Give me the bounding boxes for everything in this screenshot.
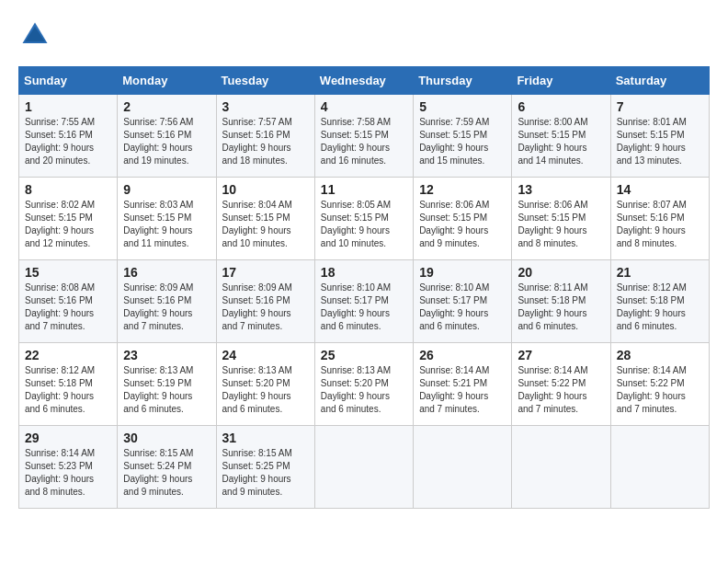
weekday-header-tuesday: Tuesday	[216, 67, 314, 95]
day-info: Sunrise: 7:56 AMSunset: 5:16 PMDaylight:…	[123, 116, 210, 167]
day-number: 24	[222, 348, 309, 362]
day-number: 22	[25, 348, 111, 362]
day-info: Sunrise: 8:13 AMSunset: 5:20 PMDaylight:…	[222, 364, 309, 416]
weekday-header-monday: Monday	[118, 67, 216, 95]
calendar-cell-day-4: 4Sunrise: 7:58 AMSunset: 5:15 PMDaylight…	[314, 95, 413, 178]
calendar-cell-day-18: 18Sunrise: 8:10 AMSunset: 5:17 PMDayligh…	[314, 260, 413, 343]
calendar-week-row: 8Sunrise: 8:02 AMSunset: 5:15 PMDaylight…	[19, 178, 710, 260]
day-number: 18	[321, 265, 407, 280]
day-number: 13	[518, 182, 604, 197]
day-number: 9	[123, 182, 210, 197]
day-number: 5	[419, 99, 506, 114]
calendar-cell-day-10: 10Sunrise: 8:04 AMSunset: 5:15 PMDayligh…	[216, 178, 314, 260]
day-info: Sunrise: 8:03 AMSunset: 5:15 PMDaylight:…	[123, 199, 210, 250]
day-info: Sunrise: 8:04 AMSunset: 5:15 PMDaylight:…	[222, 199, 309, 250]
weekday-header-row: SundayMondayTuesdayWednesdayThursdayFrid…	[19, 67, 710, 95]
day-info: Sunrise: 8:10 AMSunset: 5:17 PMDaylight:…	[321, 282, 407, 333]
calendar-cell-day-7: 7Sunrise: 8:01 AMSunset: 5:15 PMDaylight…	[610, 95, 709, 178]
logo	[18, 18, 57, 52]
calendar-cell-day-9: 9Sunrise: 8:03 AMSunset: 5:15 PMDaylight…	[118, 178, 216, 260]
day-info: Sunrise: 8:14 AMSunset: 5:21 PMDaylight:…	[419, 364, 506, 416]
calendar-cell-day-26: 26Sunrise: 8:14 AMSunset: 5:21 PMDayligh…	[414, 343, 512, 426]
calendar-cell-day-6: 6Sunrise: 8:00 AMSunset: 5:15 PMDaylight…	[512, 95, 610, 178]
logo-icon	[18, 18, 51, 52]
day-info: Sunrise: 8:12 AMSunset: 5:18 PMDaylight:…	[25, 364, 111, 416]
calendar-week-row: 15Sunrise: 8:08 AMSunset: 5:16 PMDayligh…	[19, 260, 710, 343]
calendar-cell-day-19: 19Sunrise: 8:10 AMSunset: 5:17 PMDayligh…	[414, 260, 512, 343]
day-info: Sunrise: 8:14 AMSunset: 5:22 PMDaylight:…	[518, 364, 604, 416]
day-info: Sunrise: 7:58 AMSunset: 5:15 PMDaylight:…	[321, 116, 407, 167]
calendar-cell-day-8: 8Sunrise: 8:02 AMSunset: 5:15 PMDaylight…	[19, 178, 118, 260]
calendar-cell-day-31: 31Sunrise: 8:15 AMSunset: 5:25 PMDayligh…	[216, 426, 314, 509]
weekday-header-thursday: Thursday	[414, 67, 512, 95]
day-number: 29	[25, 431, 111, 445]
day-info: Sunrise: 8:06 AMSunset: 5:15 PMDaylight:…	[419, 199, 506, 250]
day-info: Sunrise: 8:15 AMSunset: 5:24 PMDaylight:…	[123, 447, 210, 499]
day-number: 28	[617, 348, 703, 362]
calendar-cell-day-27: 27Sunrise: 8:14 AMSunset: 5:22 PMDayligh…	[512, 343, 610, 426]
weekday-header-saturday: Saturday	[610, 67, 709, 95]
calendar-cell-day-20: 20Sunrise: 8:11 AMSunset: 5:18 PMDayligh…	[512, 260, 610, 343]
day-info: Sunrise: 8:09 AMSunset: 5:16 PMDaylight:…	[222, 282, 309, 333]
calendar-table: SundayMondayTuesdayWednesdayThursdayFrid…	[18, 66, 710, 509]
calendar-cell-day-17: 17Sunrise: 8:09 AMSunset: 5:16 PMDayligh…	[216, 260, 314, 343]
weekday-header-sunday: Sunday	[19, 67, 118, 95]
day-info: Sunrise: 8:00 AMSunset: 5:15 PMDaylight:…	[518, 116, 604, 167]
day-number: 4	[321, 99, 407, 114]
calendar-cell-empty	[414, 426, 512, 509]
calendar-cell-day-22: 22Sunrise: 8:12 AMSunset: 5:18 PMDayligh…	[19, 343, 118, 426]
day-number: 26	[419, 348, 506, 362]
weekday-header-wednesday: Wednesday	[314, 67, 413, 95]
calendar-cell-empty	[314, 426, 413, 509]
calendar-cell-day-1: 1Sunrise: 7:55 AMSunset: 5:16 PMDaylight…	[19, 95, 118, 178]
calendar-cell-day-28: 28Sunrise: 8:14 AMSunset: 5:22 PMDayligh…	[610, 343, 709, 426]
day-info: Sunrise: 8:09 AMSunset: 5:16 PMDaylight:…	[123, 282, 210, 333]
day-number: 14	[617, 182, 703, 197]
day-info: Sunrise: 7:59 AMSunset: 5:15 PMDaylight:…	[419, 116, 506, 167]
calendar-cell-day-5: 5Sunrise: 7:59 AMSunset: 5:15 PMDaylight…	[414, 95, 512, 178]
calendar-cell-day-25: 25Sunrise: 8:13 AMSunset: 5:20 PMDayligh…	[314, 343, 413, 426]
day-info: Sunrise: 8:15 AMSunset: 5:25 PMDaylight:…	[222, 447, 309, 499]
day-info: Sunrise: 7:55 AMSunset: 5:16 PMDaylight:…	[25, 116, 111, 167]
calendar-cell-day-2: 2Sunrise: 7:56 AMSunset: 5:16 PMDaylight…	[118, 95, 216, 178]
day-info: Sunrise: 8:13 AMSunset: 5:19 PMDaylight:…	[123, 364, 210, 416]
day-number: 27	[518, 348, 604, 362]
day-info: Sunrise: 8:07 AMSunset: 5:16 PMDaylight:…	[617, 199, 703, 250]
calendar-cell-day-30: 30Sunrise: 8:15 AMSunset: 5:24 PMDayligh…	[118, 426, 216, 509]
calendar-cell-day-21: 21Sunrise: 8:12 AMSunset: 5:18 PMDayligh…	[610, 260, 709, 343]
day-number: 1	[25, 99, 111, 114]
calendar-cell-empty	[610, 426, 709, 509]
day-number: 16	[123, 265, 210, 280]
day-info: Sunrise: 8:05 AMSunset: 5:15 PMDaylight:…	[321, 199, 407, 250]
weekday-header-friday: Friday	[512, 67, 610, 95]
day-info: Sunrise: 8:06 AMSunset: 5:15 PMDaylight:…	[518, 199, 604, 250]
day-number: 31	[222, 431, 309, 445]
day-number: 2	[123, 99, 210, 114]
page-header	[18, 18, 710, 52]
calendar-week-row: 1Sunrise: 7:55 AMSunset: 5:16 PMDaylight…	[19, 95, 710, 178]
day-number: 10	[222, 182, 309, 197]
calendar-cell-day-29: 29Sunrise: 8:14 AMSunset: 5:23 PMDayligh…	[19, 426, 118, 509]
day-info: Sunrise: 8:12 AMSunset: 5:18 PMDaylight:…	[617, 282, 703, 333]
day-info: Sunrise: 8:14 AMSunset: 5:23 PMDaylight:…	[25, 447, 111, 499]
calendar-week-row: 29Sunrise: 8:14 AMSunset: 5:23 PMDayligh…	[19, 426, 710, 509]
day-number: 30	[123, 431, 210, 445]
calendar-cell-empty	[512, 426, 610, 509]
calendar-week-row: 22Sunrise: 8:12 AMSunset: 5:18 PMDayligh…	[19, 343, 710, 426]
day-info: Sunrise: 8:13 AMSunset: 5:20 PMDaylight:…	[321, 364, 407, 416]
day-number: 6	[518, 99, 604, 114]
calendar-cell-day-15: 15Sunrise: 8:08 AMSunset: 5:16 PMDayligh…	[19, 260, 118, 343]
calendar-cell-day-14: 14Sunrise: 8:07 AMSunset: 5:16 PMDayligh…	[610, 178, 709, 260]
day-info: Sunrise: 8:14 AMSunset: 5:22 PMDaylight:…	[617, 364, 703, 416]
day-number: 15	[25, 265, 111, 280]
day-number: 23	[123, 348, 210, 362]
day-info: Sunrise: 8:08 AMSunset: 5:16 PMDaylight:…	[25, 282, 111, 333]
calendar-cell-day-3: 3Sunrise: 7:57 AMSunset: 5:16 PMDaylight…	[216, 95, 314, 178]
calendar-cell-day-24: 24Sunrise: 8:13 AMSunset: 5:20 PMDayligh…	[216, 343, 314, 426]
day-number: 25	[321, 348, 407, 362]
calendar-cell-day-13: 13Sunrise: 8:06 AMSunset: 5:15 PMDayligh…	[512, 178, 610, 260]
day-info: Sunrise: 8:02 AMSunset: 5:15 PMDaylight:…	[25, 199, 111, 250]
day-number: 21	[617, 265, 703, 280]
calendar-cell-day-16: 16Sunrise: 8:09 AMSunset: 5:16 PMDayligh…	[118, 260, 216, 343]
calendar-cell-day-11: 11Sunrise: 8:05 AMSunset: 5:15 PMDayligh…	[314, 178, 413, 260]
